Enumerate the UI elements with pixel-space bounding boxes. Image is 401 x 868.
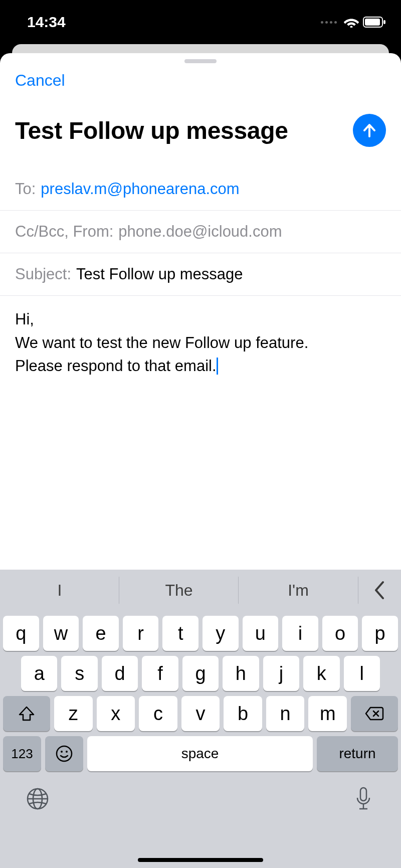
svg-point-3	[57, 746, 72, 761]
key-backspace[interactable]	[351, 696, 398, 731]
keyboard-bottom-row	[0, 771, 401, 811]
chevron-left-icon	[373, 580, 386, 600]
shift-icon	[19, 706, 35, 721]
subject-label: Subject:	[15, 265, 71, 283]
arrow-up-icon	[360, 121, 378, 139]
key-return[interactable]: return	[317, 736, 398, 771]
home-indicator[interactable]	[138, 858, 263, 862]
dictation-button[interactable]	[351, 786, 376, 811]
key-q[interactable]: q	[3, 616, 39, 651]
key-c[interactable]: c	[139, 696, 177, 731]
key-space[interactable]: space	[87, 736, 313, 771]
key-y[interactable]: y	[203, 616, 239, 651]
status-bar: 14:34	[0, 0, 401, 44]
key-row-3: z x c v b n m	[3, 696, 398, 731]
svg-rect-2	[383, 20, 385, 24]
subject-field[interactable]: Subject: Test Follow up message	[0, 253, 401, 296]
wifi-icon	[344, 17, 359, 28]
key-n[interactable]: n	[266, 696, 305, 731]
key-s[interactable]: s	[61, 656, 97, 691]
key-g[interactable]: g	[182, 656, 219, 691]
key-o[interactable]: o	[322, 616, 358, 651]
key-j[interactable]: j	[263, 656, 299, 691]
key-row-1: q w e r t y u i o p	[3, 616, 398, 651]
key-row-fn: 123 space return	[0, 736, 401, 771]
key-u[interactable]: u	[243, 616, 279, 651]
key-e[interactable]: e	[83, 616, 119, 651]
keyboard: I The I'm q w e r t y u i o p a s	[0, 570, 401, 868]
suggestion-collapse-button[interactable]	[358, 570, 401, 611]
to-label: To:	[15, 180, 36, 198]
key-row-2: a s d f g h j k l	[3, 656, 398, 691]
suggestion-1[interactable]: I	[0, 570, 119, 611]
to-field[interactable]: To: preslav.m@phonearena.com	[0, 168, 401, 211]
sheet-grabber[interactable]	[184, 59, 217, 63]
compose-title: Test Follow up message	[15, 117, 347, 144]
key-p[interactable]: p	[362, 616, 398, 651]
cellular-dots-icon	[321, 21, 337, 24]
microphone-icon	[354, 787, 372, 811]
text-cursor	[217, 358, 218, 375]
key-emoji[interactable]	[45, 736, 83, 771]
status-icons	[321, 17, 386, 28]
battery-icon	[363, 17, 386, 28]
key-numbers[interactable]: 123	[3, 736, 41, 771]
svg-point-5	[66, 751, 68, 753]
ccbcc-label: Cc/Bcc, From:	[15, 223, 113, 241]
globe-icon	[26, 787, 49, 810]
key-r[interactable]: r	[123, 616, 159, 651]
svg-rect-9	[360, 788, 366, 801]
message-body[interactable]: Hi, We want to test the new Follow up fe…	[0, 296, 401, 390]
suggestion-2[interactable]: The	[119, 570, 239, 611]
svg-point-4	[61, 751, 63, 753]
key-i[interactable]: i	[282, 616, 318, 651]
body-line: Hi,	[15, 308, 386, 331]
key-t[interactable]: t	[162, 616, 198, 651]
body-line: We want to test the new Follow up featur…	[15, 331, 386, 355]
ccbcc-from-field[interactable]: Cc/Bcc, From: phone.doe@icloud.com	[0, 211, 401, 253]
key-m[interactable]: m	[308, 696, 347, 731]
svg-rect-1	[365, 19, 380, 26]
key-x[interactable]: x	[97, 696, 135, 731]
key-shift[interactable]	[3, 696, 50, 731]
globe-button[interactable]	[25, 786, 50, 811]
key-b[interactable]: b	[224, 696, 262, 731]
key-z[interactable]: z	[54, 696, 93, 731]
key-v[interactable]: v	[181, 696, 220, 731]
key-l[interactable]: l	[344, 656, 380, 691]
key-f[interactable]: f	[142, 656, 178, 691]
suggestion-bar: I The I'm	[0, 570, 401, 611]
key-w[interactable]: w	[43, 616, 79, 651]
key-k[interactable]: k	[303, 656, 339, 691]
subject-value: Test Follow up message	[76, 265, 243, 283]
status-time: 14:34	[27, 14, 66, 31]
to-value: preslav.m@phonearena.com	[41, 180, 239, 198]
emoji-icon	[56, 745, 73, 762]
cancel-button[interactable]: Cancel	[15, 71, 65, 90]
compose-sheet: Cancel Test Follow up message To: presla…	[0, 53, 401, 868]
from-value: phone.doe@icloud.com	[118, 223, 282, 241]
key-d[interactable]: d	[102, 656, 138, 691]
body-line: Please respond to that email.	[15, 355, 386, 378]
send-button[interactable]	[353, 114, 386, 147]
key-h[interactable]: h	[223, 656, 259, 691]
suggestion-3[interactable]: I'm	[239, 570, 358, 611]
backspace-icon	[365, 707, 384, 721]
key-a[interactable]: a	[21, 656, 57, 691]
